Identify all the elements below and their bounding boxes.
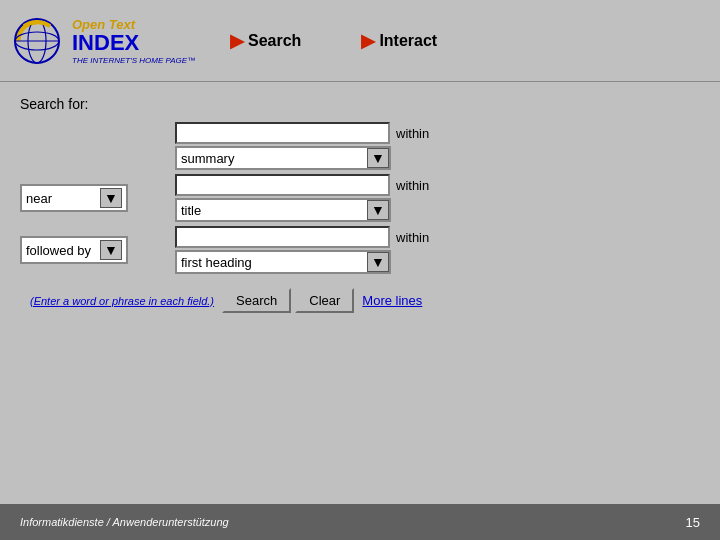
within-row-3: within <box>175 226 700 248</box>
logo-area: Open Text INDEX THE INTERNET'S HOME PAGE… <box>10 14 210 68</box>
search-button[interactable]: Search <box>222 288 291 313</box>
field-select-wrapper-1: summary title first heading anywhere ▼ <box>175 146 391 170</box>
within-row-1: within <box>175 122 700 144</box>
field-dd-arrow-1[interactable]: ▼ <box>367 148 389 168</box>
search-row-2: near followed by and or not ▼ within <box>20 174 700 222</box>
logo-globe <box>10 14 64 68</box>
header: Open Text INDEX THE INTERNET'S HOME PAGE… <box>0 0 720 82</box>
field-select-row-2: title summary first heading anywhere ▼ <box>175 198 700 222</box>
more-lines-link[interactable]: More lines <box>362 293 422 308</box>
field-select-1[interactable]: summary title first heading anywhere <box>177 149 367 168</box>
main-content: Search for: within summary title first h… <box>0 82 720 327</box>
nav-buttons: ▶ Search ▶ Interact <box>230 30 437 52</box>
interact-nav-label: Interact <box>379 32 437 50</box>
footer: Informatikdienste / Anwenderunterstützun… <box>0 504 720 540</box>
logo-index-label: INDEX <box>72 32 195 54</box>
field-select-wrapper-3: first heading summary title anywhere ▼ <box>175 250 391 274</box>
search-nav-label: Search <box>248 32 301 50</box>
relation-dropdown-3[interactable]: followed by near and or not <box>26 243 98 258</box>
field-select-wrapper-2: title summary first heading anywhere ▼ <box>175 198 391 222</box>
search-for-label: Search for: <box>20 96 700 112</box>
search-grid: within summary title first heading anywh… <box>20 122 700 278</box>
field-select-3[interactable]: first heading summary title anywhere <box>177 253 367 272</box>
within-label-1: within <box>396 126 429 141</box>
relation-arrow-3[interactable]: ▼ <box>100 240 122 260</box>
field-dd-arrow-2[interactable]: ▼ <box>367 200 389 220</box>
clear-button[interactable]: Clear <box>295 288 354 313</box>
within-label-3: within <box>396 230 429 245</box>
field-select-2[interactable]: title summary first heading anywhere <box>177 201 367 220</box>
interact-arrow-icon: ▶ <box>361 30 375 52</box>
search-row-1: within summary title first heading anywh… <box>20 122 700 170</box>
footer-page-number: 15 <box>686 515 700 530</box>
field-select-row-1: summary title first heading anywhere ▼ <box>175 146 700 170</box>
within-label-2: within <box>396 178 429 193</box>
enter-hint: (Enter a word or phrase in each field.) <box>30 295 214 307</box>
field-dd-arrow-3[interactable]: ▼ <box>367 252 389 272</box>
search-input-2[interactable] <box>175 174 390 196</box>
relation-select-2: near followed by and or not ▼ <box>20 184 128 212</box>
interact-nav-button[interactable]: ▶ Interact <box>361 30 437 52</box>
search-arrow-icon: ▶ <box>230 30 244 52</box>
bottom-row: (Enter a word or phrase in each field.) … <box>20 288 700 313</box>
right-col-3: within first heading summary title anywh… <box>175 226 700 274</box>
footer-text: Informatikdienste / Anwenderunterstützun… <box>20 516 229 528</box>
search-row-3: followed by near and or not ▼ within <box>20 226 700 274</box>
logo-text: Open Text INDEX THE INTERNET'S HOME PAGE… <box>72 17 195 65</box>
within-row-2: within <box>175 174 700 196</box>
relation-dropdown-2[interactable]: near followed by and or not <box>26 191 98 206</box>
search-nav-button[interactable]: ▶ Search <box>230 30 301 52</box>
search-input-3[interactable] <box>175 226 390 248</box>
logo-tagline-label: THE INTERNET'S HOME PAGE™ <box>72 56 195 65</box>
left-col-3: followed by near and or not ▼ <box>20 236 175 264</box>
right-col-2: within title summary first heading anywh… <box>175 174 700 222</box>
search-input-1[interactable] <box>175 122 390 144</box>
relation-select-3: followed by near and or not ▼ <box>20 236 128 264</box>
left-col-2: near followed by and or not ▼ <box>20 184 175 212</box>
relation-arrow-2[interactable]: ▼ <box>100 188 122 208</box>
field-select-row-3: first heading summary title anywhere ▼ <box>175 250 700 274</box>
right-col-1: within summary title first heading anywh… <box>175 122 700 170</box>
